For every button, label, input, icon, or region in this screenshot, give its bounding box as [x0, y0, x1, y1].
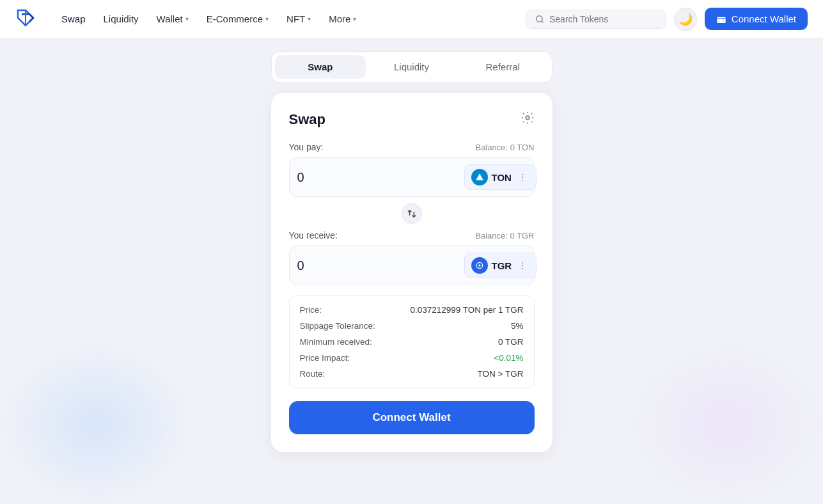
min-received-label: Minimum received:: [300, 337, 372, 347]
theme-toggle-button[interactable]: 🌙: [674, 8, 697, 31]
search-icon: [535, 14, 544, 24]
price-value: 0.037212999 TON per 1 TGR: [410, 305, 523, 315]
price-impact-row: Price Impact: <0.01%: [300, 353, 524, 363]
nav-item-swap[interactable]: Swap: [54, 10, 93, 28]
svg-marker-3: [476, 173, 483, 180]
swap-card: Swap You pay: Balance: 0 TON: [271, 93, 553, 452]
price-label: Price:: [300, 305, 322, 315]
nav-item-ecommerce[interactable]: E-Commerce ▾: [199, 10, 276, 28]
price-impact-value: <0.01%: [494, 353, 523, 363]
receive-token-selector[interactable]: TGR ⋮: [464, 253, 537, 278]
nav-item-liquidity[interactable]: Liquidity: [96, 10, 146, 28]
settings-icon[interactable]: [521, 111, 535, 128]
navbar-connect-wallet-button[interactable]: Connect Wallet: [705, 8, 808, 30]
receive-token-more-icon[interactable]: ⋮: [515, 259, 529, 272]
gear-icon: [521, 111, 535, 125]
connect-wallet-button[interactable]: Connect Wallet: [289, 401, 535, 434]
swap-title: Swap: [289, 111, 325, 128]
price-impact-label: Price Impact:: [300, 353, 350, 363]
ecommerce-chevron-icon: ▾: [265, 15, 269, 22]
price-info: Price: 0.037212999 TON per 1 TGR Slippag…: [289, 295, 535, 388]
nft-chevron-icon: ▾: [308, 15, 311, 22]
swap-direction-button[interactable]: [402, 203, 422, 224]
logo[interactable]: [15, 8, 36, 31]
pay-token-more-icon[interactable]: ⋮: [515, 171, 529, 184]
min-received-row: Minimum received: 0 TGR: [300, 337, 524, 347]
nav-links: Swap Liquidity Wallet ▾ E-Commerce ▾ NFT…: [54, 10, 526, 28]
search-input[interactable]: [549, 14, 657, 24]
price-row: Price: 0.037212999 TON per 1 TGR: [300, 305, 524, 315]
main-content: Swap Liquidity Referral Swap You pay: Ba…: [0, 0, 823, 452]
pay-input-row: TON ⋮: [289, 157, 535, 197]
pay-label: You pay:: [289, 142, 324, 152]
svg-point-2: [526, 116, 529, 120]
route-value: TON > TGR: [478, 369, 524, 379]
svg-rect-1: [717, 17, 725, 22]
receive-label: You receive:: [289, 230, 338, 240]
receive-balance: Balance: 0 TGR: [475, 231, 534, 240]
receive-token-name: TGR: [492, 260, 512, 271]
pay-amount-input[interactable]: [297, 170, 459, 185]
nav-item-wallet[interactable]: Wallet ▾: [149, 10, 196, 28]
nav-item-nft[interactable]: NFT ▾: [279, 10, 318, 28]
pay-token-selector[interactable]: TON ⋮: [464, 164, 537, 190]
wallet-icon: [716, 14, 726, 24]
swap-arrow-container: [289, 203, 535, 224]
moon-icon: 🌙: [678, 12, 693, 26]
tgr-token-icon: [471, 257, 488, 274]
navbar: Swap Liquidity Wallet ▾ E-Commerce ▾ NFT…: [0, 0, 823, 38]
route-label: Route:: [300, 369, 325, 379]
receive-section: You receive: Balance: 0 TGR TGR ⋮: [289, 230, 535, 285]
pay-section: You pay: Balance: 0 TON TON ⋮: [289, 142, 535, 197]
route-row: Route: TON > TGR: [300, 369, 524, 379]
search-bar[interactable]: [526, 10, 666, 29]
slippage-value: 5%: [511, 321, 524, 331]
swap-arrows-icon: [407, 209, 417, 219]
nav-item-more[interactable]: More ▾: [321, 10, 364, 28]
navbar-right: 🌙 Connect Wallet: [526, 8, 808, 31]
receive-input-row: TGR ⋮: [289, 246, 535, 285]
min-received-value: 0 TGR: [498, 337, 524, 347]
slippage-row: Slippage Tolerance: 5%: [300, 321, 524, 331]
tab-swap[interactable]: Swap: [275, 55, 366, 79]
receive-amount-input[interactable]: [297, 258, 459, 273]
pay-balance: Balance: 0 TON: [475, 143, 534, 152]
ton-token-icon: [471, 169, 488, 185]
pay-label-row: You pay: Balance: 0 TON: [289, 142, 535, 152]
wallet-chevron-icon: ▾: [185, 15, 189, 22]
pay-token-name: TON: [492, 172, 512, 183]
slippage-label: Slippage Tolerance:: [300, 321, 375, 331]
more-chevron-icon: ▾: [353, 15, 356, 22]
tabs-container: Swap Liquidity Referral: [271, 51, 553, 83]
receive-label-row: You receive: Balance: 0 TGR: [289, 230, 535, 240]
svg-point-0: [537, 15, 542, 21]
tab-liquidity[interactable]: Liquidity: [366, 55, 457, 79]
swap-card-header: Swap: [289, 111, 535, 128]
tab-referral[interactable]: Referral: [457, 55, 549, 79]
